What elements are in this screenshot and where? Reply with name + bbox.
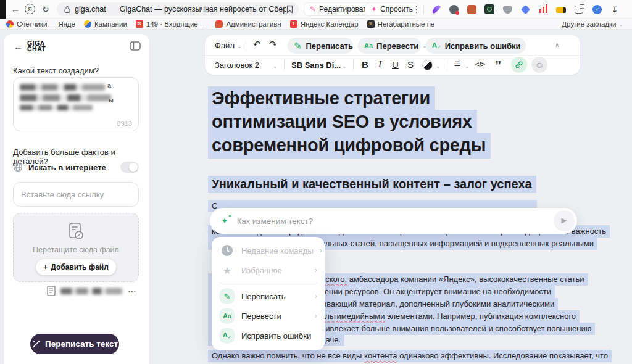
document-h1-line2: оптимизации SEO в условиях (208, 112, 477, 132)
download-icon[interactable]: ↧ (610, 4, 620, 14)
command-menu: Недавние команды › ★ Избранное › ✎ Переп… (212, 237, 325, 350)
divider (284, 60, 285, 70)
pen-icon: ✎ (219, 288, 235, 304)
font-select[interactable]: SB Sans Di... (291, 60, 341, 70)
chevron-down-icon: ⌄ (342, 63, 347, 69)
file-menu-dots-icon[interactable]: ⋯ (128, 286, 137, 296)
dark-square-extension-icon[interactable] (484, 4, 494, 14)
menu-item-favorites[interactable]: ★ Избранное › (212, 260, 325, 280)
shield-extension-icon[interactable] (449, 4, 459, 14)
campaigns-icon (84, 20, 91, 28)
other-bookmarks-button[interactable]: Другие закладки⌄ (562, 20, 623, 28)
translate-icon: Aa (219, 308, 235, 324)
code-button[interactable]: </> (475, 60, 485, 68)
fix-errors-action-button[interactable]: A✓ Исправить ошибки (426, 38, 526, 54)
search-internet-toggle[interactable] (120, 162, 139, 173)
document-h1-line1: Эффективные стратегии (208, 88, 435, 109)
tabs-extension-icon[interactable] (574, 4, 584, 14)
star-icon: ★ (219, 265, 235, 276)
refresh-icon[interactable]: ↻ (42, 4, 49, 15)
list-button[interactable]: ≡ (454, 58, 460, 70)
ask-ai-button[interactable]: ✦ Спросить (365, 2, 419, 16)
bookmark-item[interactable]: ✉149 · Входящие — (136, 20, 207, 28)
undo-icon[interactable]: ↶ (253, 39, 261, 50)
command-input[interactable] (237, 217, 554, 226)
chevron-right-icon: › (315, 292, 317, 300)
rewrite-text-button[interactable]: Переписать текст (30, 334, 119, 354)
bookmark-item[interactable]: Административн (215, 20, 281, 28)
ask-sparkle-icon: ✦ (371, 5, 377, 14)
file-menu-button[interactable]: Файл (215, 41, 235, 50)
fix-errors-icon: A✓ (219, 328, 235, 344)
url-text: giga.chat (75, 5, 106, 14)
bar-chart-extension-icon[interactable] (538, 4, 548, 13)
battery-extension-icon[interactable] (556, 4, 566, 14)
text-color-button[interactable] (422, 60, 433, 70)
attached-file-row[interactable]: ⋯ (4, 286, 149, 298)
link-button[interactable] (511, 57, 527, 73)
bookmark-item[interactable]: ≡Негабаритные пе (367, 20, 435, 28)
divider (353, 60, 354, 70)
chevron-down-icon: ⌄ (273, 63, 278, 69)
link-input[interactable] (13, 182, 139, 207)
rewrite-action-button[interactable]: ✎ Переписать ⌄ (288, 38, 353, 54)
strikethrough-button[interactable]: S (407, 59, 414, 70)
file-document-icon (68, 222, 84, 243)
screen: ← Я ↻ giga.chat GigaChat — русскоязычная… (0, 0, 632, 364)
mail-icon: ✉ (136, 20, 143, 28)
bookmark-flag-icon[interactable] (286, 5, 293, 14)
bookmark-item[interactable]: 1Яндекс Календар (290, 20, 359, 28)
calendar-icon: 1 (290, 20, 297, 28)
redo-icon[interactable]: ↷ (269, 39, 277, 50)
other-bookmarks-label: Другие закладки (562, 20, 616, 28)
bookmark-item[interactable]: Кампании (84, 20, 127, 28)
collapse-toolbar-icon[interactable]: ∧ (555, 41, 559, 48)
menu-item-translate[interactable]: Aa Перевести › (212, 306, 325, 326)
address-bar[interactable]: giga.chat GigaChat — русскоязычная нейро… (57, 2, 299, 16)
bookmark-item[interactable]: Счетчики — Янде (6, 20, 75, 28)
menu-item-fix-errors[interactable]: A✓ Исправить ошибки (212, 326, 325, 345)
menu-item-label: Перевести (241, 312, 281, 321)
prompt-textarea[interactable]: а ы 8913 (13, 77, 139, 131)
gray-shield-extension-icon[interactable] (502, 4, 512, 14)
italic-button[interactable]: I (378, 59, 381, 70)
send-button[interactable] (554, 210, 575, 231)
yandex-browser-icon[interactable]: Я (25, 4, 35, 14)
heading-style-select[interactable]: Заголовок 2 (215, 60, 259, 70)
browser-back-icon[interactable]: ← (11, 4, 20, 15)
dark-bookmark-icon: ≡ (367, 20, 375, 28)
document-h2: Уникальный и качественный контент – зало… (208, 177, 536, 191)
command-input-bar: ✦✦ (210, 208, 577, 234)
translate-action-label: Перевести (376, 41, 418, 51)
quote-button[interactable]: ” (495, 59, 501, 73)
file-dropzone[interactable]: Перетащите сюда файл + Добавить файл (13, 213, 139, 282)
add-file-label: Добавить файл (51, 263, 109, 271)
sync-extension-icon[interactable]: ✓ (592, 4, 602, 14)
bold-button[interactable]: B (362, 59, 368, 70)
sparkle-icon: ✦✦ (221, 216, 228, 226)
add-file-button[interactable]: + Добавить файл (36, 259, 116, 275)
menu-item-rewrite[interactable]: ✎ Переписать › (212, 286, 325, 306)
send-arrow-icon (560, 217, 568, 225)
menu-item-label: Избранное (241, 266, 282, 275)
dropzone-label: Перетащите сюда файл (14, 246, 138, 254)
fix-errors-action-label: Исправить ошибки (445, 41, 521, 51)
pencil-extension-icon[interactable] (467, 4, 476, 14)
emoji-button[interactable]: ☺ (531, 57, 547, 73)
bookmarks-bar: Счетчики — Янде Кампании ✉149 · Входящие… (0, 19, 632, 30)
search-internet-label: Искать в интернете (28, 163, 106, 172)
sidebar-back-icon[interactable]: ← (14, 41, 23, 52)
bookmark-label: Яндекс Календар (301, 20, 359, 28)
collapse-panel-icon[interactable] (130, 41, 141, 53)
cube-extension-icon[interactable] (520, 4, 530, 14)
translate-action-button[interactable]: Aa Перевести ⌄ (358, 38, 421, 54)
translate-icon: Aa (364, 42, 373, 49)
plus-icon: + (43, 263, 48, 271)
browser-menu-dots-icon[interactable]: ⋮ (412, 4, 421, 15)
prompt-section-label: Какой текст создадим? (13, 66, 99, 75)
underline-button[interactable]: U (392, 59, 399, 70)
feather-extension-icon[interactable] (431, 4, 441, 14)
bookmark-label: Административн (226, 20, 281, 28)
menu-item-recent[interactable]: Недавние команды › (212, 241, 325, 260)
globe-icon (13, 162, 23, 172)
